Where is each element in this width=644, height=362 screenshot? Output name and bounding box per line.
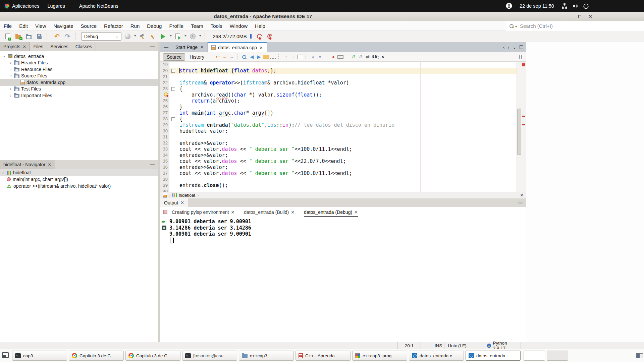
next-bookmark-icon[interactable]: ↓ bbox=[290, 54, 296, 60]
navigator-item[interactable]: operator >>(ifstream& archivo, hidefloat… bbox=[0, 183, 158, 189]
navigator-item[interactable]: ›hidefloat bbox=[0, 169, 158, 176]
minimize-window-icon[interactable]: – bbox=[566, 14, 572, 19]
tree-item-datos-entrada[interactable]: ›datos_entrada bbox=[0, 53, 158, 60]
places-menu[interactable]: Lugares bbox=[43, 0, 69, 12]
error-stripe-status-icon[interactable] bbox=[522, 63, 525, 66]
taskbar-button[interactable]: datos_entrada.c... bbox=[409, 351, 464, 361]
show-desktop-icon[interactable] bbox=[2, 352, 9, 358]
taskbar-button[interactable]: c++cap3 bbox=[239, 351, 294, 361]
close-window-icon[interactable]: ✕ bbox=[588, 14, 593, 19]
volume-icon[interactable] bbox=[572, 3, 578, 9]
shift-left-icon[interactable]: « bbox=[310, 54, 316, 60]
undo-button[interactable]: ↶ bbox=[53, 32, 61, 41]
expander-icon[interactable]: › bbox=[1, 170, 5, 175]
close-icon[interactable]: ✕ bbox=[180, 200, 184, 205]
new-file-button[interactable] bbox=[3, 32, 12, 41]
empty-task-slot[interactable] bbox=[524, 351, 545, 361]
code-line-38[interactable]: 38 bbox=[160, 176, 526, 182]
taskbar-button[interactable]: C++ - Aprenda ... bbox=[296, 351, 351, 361]
taskbar-button[interactable]: cap3 bbox=[12, 351, 67, 361]
power-icon[interactable] bbox=[583, 3, 589, 9]
taskbar-button[interactable]: Capitulo 3 de C... bbox=[69, 351, 124, 361]
close-icon[interactable]: ✕ bbox=[23, 44, 26, 49]
expander-icon[interactable]: › bbox=[9, 93, 12, 98]
expander-icon[interactable]: › bbox=[9, 67, 12, 72]
close-icon[interactable]: ✕ bbox=[259, 45, 263, 50]
menu-window[interactable]: Window bbox=[226, 21, 251, 31]
close-icon[interactable]: ✕ bbox=[354, 210, 358, 215]
forward-icon[interactable]: → bbox=[229, 54, 235, 60]
new-project-button[interactable] bbox=[14, 32, 22, 41]
code-line-29[interactable]: 29ifstream entrada("datos.dat",ios::in);… bbox=[160, 122, 526, 128]
clean-build-button[interactable] bbox=[138, 32, 147, 41]
projects-tree[interactable]: ›datos_entrada›Header Files›Resource Fil… bbox=[0, 51, 158, 160]
menu-source[interactable]: Source bbox=[77, 21, 100, 31]
fold-toggle-icon[interactable] bbox=[169, 86, 179, 92]
expander-icon[interactable]: › bbox=[9, 60, 12, 65]
tab-list-dropdown-icon[interactable]: ⌄ bbox=[512, 45, 517, 50]
expander-icon[interactable]: › bbox=[8, 74, 13, 77]
profile-dropdown-icon[interactable] bbox=[199, 35, 201, 38]
network-icon[interactable] bbox=[561, 3, 568, 9]
menu-tools[interactable]: Tools bbox=[207, 21, 226, 31]
tab-navigator[interactable]: hidefloat - Navigator ✕ bbox=[0, 160, 55, 169]
close-icon[interactable]: ✕ bbox=[48, 162, 51, 167]
run-project-button[interactable] bbox=[159, 32, 167, 41]
code-line-36[interactable]: 36entrada>>&valor; bbox=[160, 164, 526, 170]
view-source-button[interactable]: Source bbox=[163, 53, 185, 61]
insert-mode-cell[interactable]: INS bbox=[433, 342, 444, 349]
tree-item-datos-entrada-cpp[interactable]: datos_entrada.cpp bbox=[0, 79, 158, 86]
menu-run[interactable]: Run bbox=[127, 21, 144, 31]
debug-dropdown-icon[interactable] bbox=[184, 35, 186, 38]
minimize-panel-icon[interactable]: — bbox=[150, 162, 155, 167]
shift-right-icon[interactable]: » bbox=[317, 54, 323, 60]
close-icon[interactable]: ✕ bbox=[291, 210, 294, 215]
view-history-button[interactable]: History bbox=[186, 54, 208, 60]
code-line-26[interactable]: 26} bbox=[160, 104, 526, 110]
navigator-item[interactable]: main(int argc, char* argv[]) bbox=[0, 176, 158, 183]
tab-services[interactable]: Services bbox=[47, 42, 72, 51]
menu-team[interactable]: Team bbox=[187, 21, 207, 31]
menu-edit[interactable]: Edit bbox=[15, 21, 32, 31]
accessibility-icon[interactable] bbox=[506, 3, 512, 9]
scroll-tabs-right-icon[interactable]: › bbox=[507, 45, 509, 50]
menu-help[interactable]: Help bbox=[251, 21, 269, 31]
code-editor[interactable]: 1920struct hidefloat {float datos;};2122… bbox=[160, 62, 526, 192]
toggle-bookmark-icon[interactable] bbox=[297, 55, 303, 59]
error-stripe-mark[interactable] bbox=[522, 116, 525, 117]
code-line-20[interactable]: 20struct hidefloat {float datos;}; bbox=[160, 68, 526, 74]
minimize-panel-icon[interactable]: — bbox=[150, 44, 155, 49]
tab-classes[interactable]: Classes bbox=[72, 42, 96, 51]
scroll-tabs-left-icon[interactable]: ‹ bbox=[503, 45, 504, 50]
taskbar-button[interactable]: datos_entrada -... bbox=[466, 351, 521, 361]
minimize-output-icon[interactable]: — bbox=[518, 200, 523, 205]
gc-point-icon[interactable] bbox=[266, 32, 274, 41]
menu-view[interactable]: View bbox=[32, 21, 50, 31]
debug-project-button[interactable] bbox=[173, 32, 182, 41]
build-dropdown-icon[interactable] bbox=[134, 35, 136, 38]
profile-point-icon[interactable] bbox=[255, 32, 264, 41]
close-breadcrumb-icon[interactable]: ✕ bbox=[520, 193, 524, 198]
close-icon[interactable]: ✕ bbox=[231, 210, 234, 215]
code-line-39[interactable]: 39entrada.close(); bbox=[160, 182, 526, 188]
find-selection-icon[interactable] bbox=[242, 55, 248, 59]
find-previous-icon[interactable]: ◀ bbox=[249, 54, 255, 60]
comment-icon[interactable]: // bbox=[351, 54, 357, 60]
record-macro-icon[interactable]: ● bbox=[330, 54, 336, 60]
fold-toggle-icon[interactable] bbox=[169, 116, 179, 122]
tree-item-important-files[interactable]: ›Important Files bbox=[0, 92, 158, 99]
menu-refactor[interactable]: Refactor bbox=[100, 21, 127, 31]
code-line-34[interactable]: 34entrada>>&valor; bbox=[160, 152, 526, 158]
taskbar-button[interactable]: Capitulo 3 de C... bbox=[125, 351, 180, 361]
python-version-cell[interactable]: Python 3.9.17 bbox=[484, 342, 521, 349]
tree-item-resource-files[interactable]: ›Resource Files bbox=[0, 66, 158, 73]
editor-tab-start-page[interactable]: Start Page✕ bbox=[172, 42, 208, 52]
line-ending-cell[interactable]: Unix (LF) bbox=[444, 342, 470, 349]
code-line-23[interactable]: 23{ bbox=[160, 86, 526, 92]
maximize-editor-icon[interactable] bbox=[520, 45, 523, 49]
window-grid-icon[interactable] bbox=[519, 55, 523, 59]
maximize-window-icon[interactable] bbox=[577, 14, 582, 19]
profile-project-button[interactable] bbox=[188, 32, 197, 41]
active-window-menu[interactable]: Apache NetBeans bbox=[75, 0, 122, 12]
previous-bookmark-icon[interactable]: ↑ bbox=[283, 54, 289, 60]
